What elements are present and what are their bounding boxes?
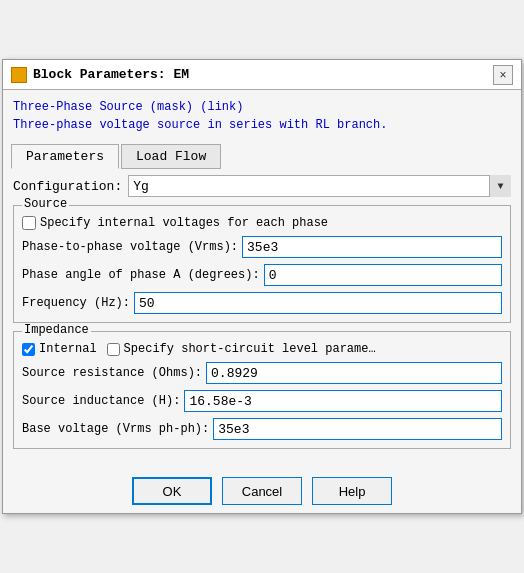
source-group: Source Specify internal voltages for eac… xyxy=(13,205,511,323)
specify-voltages-label: Specify internal voltages for each phase xyxy=(40,216,328,230)
internal-label: Internal xyxy=(39,342,97,356)
source-inductance-label: Source inductance (H): xyxy=(22,394,180,408)
window-title: Block Parameters: EM xyxy=(33,67,493,82)
frequency-input[interactable] xyxy=(134,292,502,314)
specify-voltages-checkbox[interactable] xyxy=(22,216,36,230)
base-voltage-row: Base voltage (Vrms ph-ph): xyxy=(22,418,502,440)
tab-parameters[interactable]: Parameters xyxy=(11,144,119,169)
internal-checkbox[interactable] xyxy=(22,343,35,356)
short-circuit-check-group: Specify short-circuit level parame… xyxy=(107,342,376,356)
source-resistance-row: Source resistance (Ohms): xyxy=(22,362,502,384)
info-line2: Three-phase voltage source in series wit… xyxy=(13,116,511,134)
source-resistance-input[interactable] xyxy=(206,362,502,384)
source-resistance-label: Source resistance (Ohms): xyxy=(22,366,202,380)
cancel-button[interactable]: Cancel xyxy=(222,477,302,505)
close-button[interactable]: × xyxy=(493,65,513,85)
config-row: Configuration: Yg Y Delta ▼ xyxy=(13,175,511,197)
phase-angle-input[interactable] xyxy=(264,264,502,286)
impedance-group: Impedance Internal Specify short-circuit… xyxy=(13,331,511,449)
phase-voltage-label: Phase-to-phase voltage (Vrms): xyxy=(22,240,238,254)
phase-angle-label: Phase angle of phase A (degrees): xyxy=(22,268,260,282)
phase-voltage-input[interactable] xyxy=(242,236,502,258)
short-circuit-label: Specify short-circuit level parame… xyxy=(124,342,376,356)
buttons-row: OK Cancel Help xyxy=(3,467,521,513)
short-circuit-checkbox[interactable] xyxy=(107,343,120,356)
frequency-label: Frequency (Hz): xyxy=(22,296,130,310)
info-line1: Three-Phase Source (mask) (link) xyxy=(13,98,511,116)
config-label: Configuration: xyxy=(13,179,122,194)
tab-loadflow[interactable]: Load Flow xyxy=(121,144,221,169)
frequency-row: Frequency (Hz): xyxy=(22,292,502,314)
config-select-wrapper: Yg Y Delta ▼ xyxy=(128,175,511,197)
source-inductance-input[interactable] xyxy=(184,390,502,412)
base-voltage-input[interactable] xyxy=(213,418,502,440)
impedance-group-label: Impedance xyxy=(22,323,91,337)
base-voltage-label: Base voltage (Vrms ph-ph): xyxy=(22,422,209,436)
config-select[interactable]: Yg Y Delta xyxy=(128,175,511,197)
ok-button[interactable]: OK xyxy=(132,477,212,505)
main-window: Block Parameters: EM × Three-Phase Sourc… xyxy=(2,59,522,514)
phase-angle-row: Phase angle of phase A (degrees): xyxy=(22,264,502,286)
source-inductance-row: Source inductance (H): xyxy=(22,390,502,412)
titlebar: Block Parameters: EM × xyxy=(3,60,521,90)
impedance-checkbox-row: Internal Specify short-circuit level par… xyxy=(22,342,502,356)
info-section: Three-Phase Source (mask) (link) Three-p… xyxy=(3,90,521,138)
window-icon xyxy=(11,67,27,83)
content-area: Configuration: Yg Y Delta ▼ Source Speci… xyxy=(3,169,521,467)
help-button[interactable]: Help xyxy=(312,477,392,505)
phase-voltage-row: Phase-to-phase voltage (Vrms): xyxy=(22,236,502,258)
internal-check-group: Internal xyxy=(22,342,97,356)
tabs-bar: Parameters Load Flow xyxy=(3,138,521,169)
source-group-label: Source xyxy=(22,197,69,211)
source-checkbox-row: Specify internal voltages for each phase xyxy=(22,216,502,230)
